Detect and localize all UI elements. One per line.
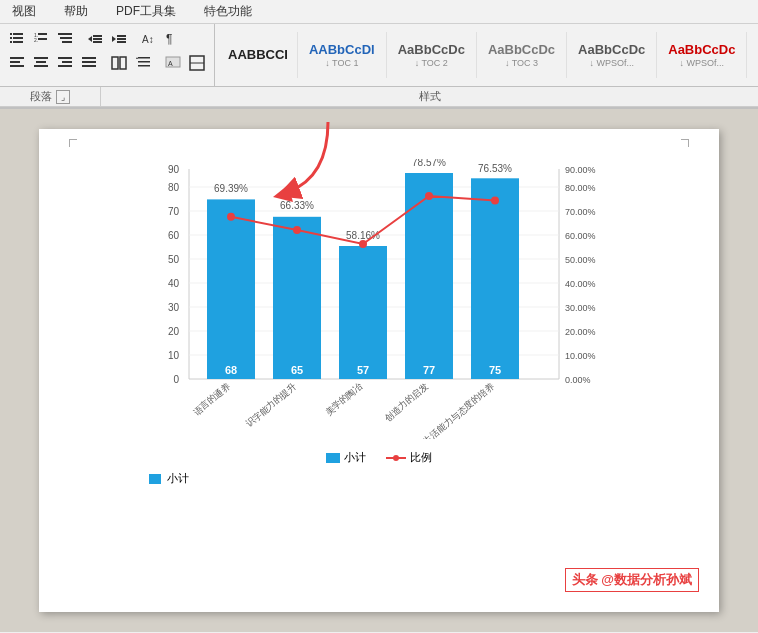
style-wps3[interactable]: AaBbCcDc ↓ WPSOf... [749,28,758,82]
dot-3 [359,240,367,248]
svg-text:20.00%: 20.00% [565,327,596,337]
column-btn[interactable] [108,52,130,74]
svg-rect-25 [10,65,24,67]
style-normal[interactable]: AABBCCI [221,28,295,82]
svg-rect-29 [58,57,72,59]
dot-1 [227,213,235,221]
line-spacing-btn[interactable] [132,52,154,74]
ribbon-styles-section: AABBCCI AABbCcDl ↓ TOC 1 AaBbCcDc ↓ TOC … [215,24,758,86]
svg-rect-15 [93,38,102,40]
outline-btn[interactable] [54,28,76,50]
svg-rect-34 [82,65,96,67]
border-btn[interactable] [186,52,208,74]
paragraph-expand-btn[interactable]: ⌟ [56,90,70,104]
svg-rect-16 [93,41,102,43]
styles-divider-2 [386,32,387,78]
paragraph-label-section: 段落 ⌟ [0,87,101,106]
style-toc2[interactable]: AaBbCcDc ↓ TOC 2 [389,28,474,82]
style-wps1-label: ↓ WPSOf... [589,58,634,68]
svg-rect-27 [36,61,46,63]
svg-text:50.00%: 50.00% [565,255,596,265]
style-wps1-preview: AaBbCcDc [578,42,645,57]
style-toc2-preview: AaBbCcDc [398,42,465,57]
svg-text:30.00%: 30.00% [565,303,596,313]
svg-rect-37 [138,57,150,59]
align-center-btn[interactable] [30,52,52,74]
align-right-btn[interactable] [54,52,76,74]
sub-legend-label: 小计 [167,471,189,486]
svg-rect-28 [34,65,48,67]
svg-rect-3 [13,37,23,39]
indent-decrease-btn[interactable] [84,28,106,50]
svg-text:76.53%: 76.53% [478,163,512,174]
svg-text:¶: ¶ [166,32,172,46]
list-bullet-btn[interactable] [6,28,28,50]
menu-view[interactable]: 视图 [8,1,40,22]
svg-text:80.00%: 80.00% [565,183,596,193]
shading-btn[interactable]: A [162,52,184,74]
menu-special[interactable]: 特色功能 [200,1,256,22]
style-wps2-label: ↓ WPSOf... [680,58,725,68]
svg-rect-12 [62,41,72,43]
svg-rect-39 [138,65,150,67]
ribbon: 1.2. A↕ ¶ [0,24,758,109]
svg-rect-4 [10,41,12,43]
chart-container: 0 10 20 30 40 50 60 70 80 90 0.00% 10.00… [129,159,629,486]
style-toc1[interactable]: AABbCcDl ↓ TOC 1 [300,28,384,82]
svg-text:60: 60 [168,230,180,241]
style-toc3-label: ↓ TOC 3 [505,58,538,68]
svg-rect-30 [62,61,72,63]
svg-rect-0 [10,33,12,35]
style-toc1-label: ↓ TOC 1 [325,58,358,68]
xlabel-2: 识字能力的提升 [244,381,299,429]
svg-rect-36 [120,57,126,69]
styles-divider-6 [746,32,747,78]
watermark: 头条 @数据分析孙斌 [565,568,699,592]
bar-5 [471,178,519,379]
bar-2 [273,217,321,379]
svg-text:50: 50 [168,254,180,265]
svg-text:57: 57 [357,364,369,376]
xlabel-3: 美学的陶冶 [323,381,364,418]
svg-text:68: 68 [225,364,237,376]
sort-btn[interactable]: A↕ [138,28,160,50]
styles-divider-4 [566,32,567,78]
bar-1 [207,199,255,379]
svg-rect-7 [38,33,47,35]
menu-help[interactable]: 帮助 [60,1,92,22]
svg-rect-2 [10,37,12,39]
svg-rect-18 [117,35,126,37]
style-toc3[interactable]: AaBbCcDc ↓ TOC 3 [479,28,564,82]
styles-label-section: 样式 [101,87,758,106]
sub-legend-box [149,474,161,484]
style-wps2[interactable]: AaBbCcDc ↓ WPSOf... [659,28,744,82]
align-left-btn[interactable] [6,52,28,74]
svg-text:77: 77 [423,364,435,376]
styles-divider-3 [476,32,477,78]
svg-rect-1 [13,33,23,35]
svg-text:75: 75 [489,364,501,376]
styles-divider-5 [656,32,657,78]
style-wps1[interactable]: AaBbCcDc ↓ WPSOf... [569,28,654,82]
svg-rect-20 [117,41,126,43]
svg-text:0: 0 [173,374,179,385]
svg-text:10.00%: 10.00% [565,351,596,361]
justify-btn[interactable] [78,52,100,74]
show-hide-btn[interactable]: ¶ [162,28,184,50]
list-number-btn[interactable]: 1.2. [30,28,52,50]
style-toc1-preview: AABbCcDl [309,42,375,57]
svg-rect-11 [60,37,72,39]
menu-pdf-tools[interactable]: PDF工具集 [112,1,180,22]
svg-marker-17 [112,36,116,42]
style-toc3-preview: AaBbCcDc [488,42,555,57]
corner-mark-tl [69,139,77,147]
svg-text:70: 70 [168,206,180,217]
menu-bar: 视图 帮助 PDF工具集 特色功能 [0,0,758,24]
svg-text:20: 20 [168,326,180,337]
svg-rect-9 [38,38,47,40]
ribbon-row-bottom: A [6,52,208,74]
style-normal-preview: AABBCCI [228,47,288,62]
legend-line-red [386,457,406,459]
indent-increase-btn[interactable] [108,28,130,50]
svg-text:90: 90 [168,164,180,175]
